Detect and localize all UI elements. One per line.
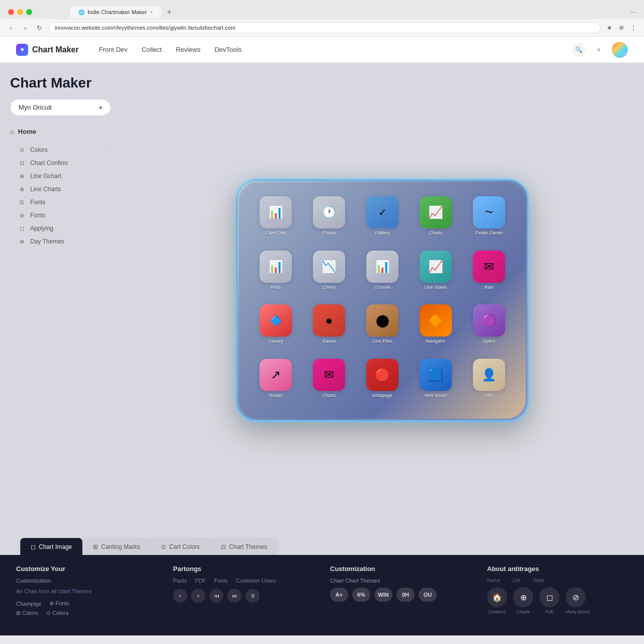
nav-link-devtools[interactable]: DevTools [214,46,241,53]
more-icon[interactable]: ⋮ [629,23,638,32]
app-icon-charts3[interactable]: ✉ Charts [306,359,352,405]
app-icon-chic[interactable]: 👤 Chic [466,359,512,405]
day-themes-icon: ⊛ [18,238,25,245]
sidebar-home[interactable]: ⌂ Home [10,126,111,137]
user-avatar[interactable] [612,42,628,58]
app-icon-instapage[interactable]: 🔴 Instapage [360,359,405,405]
action-champlge[interactable]: Champlge [16,600,41,607]
nav-link-frontdev[interactable]: Front Dev [99,46,127,53]
col4-header-state: State [533,578,544,583]
control-next[interactable]: ⏭ [227,589,242,603]
app-icon-fauna[interactable]: ● Fauna [306,304,352,351]
sidebar-item-line-charts[interactable]: ⊕ Line Charts [10,183,111,196]
address-bar[interactable]: innovacon.website.com/r/leyythemes.com/i… [48,22,601,33]
tab-chart-themes[interactable]: ⊡ Chart Themes [210,538,278,555]
control-pause[interactable]: ⏸ [246,589,260,603]
app-icon-camchat[interactable]: 📊 Cam Chat [253,196,298,243]
icon-many-ikonst[interactable]: ⊘ Many Ikonst [566,587,590,614]
fullscreen-traffic-light[interactable] [26,9,32,15]
label-customer-users: Customer Users [236,578,276,584]
sidebar-item-colors[interactable]: ⊙ Colors › [10,143,111,156]
icon-pub[interactable]: ◻ Pub [539,587,559,614]
sidebar-item-chart-confirm[interactable]: ⊡ Chart Confirm [10,156,111,170]
app-icon-router[interactable]: ↗ Router [253,359,298,405]
logo-text: Chart Maker [32,45,78,54]
app-icon-bg: ✉ [313,359,345,391]
app-icon-bg: 🟣 [473,304,505,337]
tab-cart-colors[interactable]: ⊙ Cart Colors [150,538,210,555]
badge-ou[interactable]: OU [419,588,437,602]
app-icon-finder-center[interactable]: 〜 Finder Center [466,196,512,243]
action-fonts[interactable]: ⊕ Fonts [49,600,69,607]
app-icon-label: Instapage [372,393,392,398]
back-button[interactable]: ‹ [6,23,16,33]
app-icon-label: Optics [482,339,496,344]
sidebar-item-label: Fonts [30,199,45,206]
app-icon-console[interactable]: 📊 Console [360,251,405,297]
app-icon-line-states[interactable]: 📈 Line States [413,251,458,297]
badge-a+[interactable]: A+ [330,588,348,602]
sidebar-item-fonts1[interactable]: Ω Fonts [10,196,111,209]
col4-title: About antitrages [487,565,628,573]
new-tab-button[interactable]: + [165,6,174,19]
app-title: Chart Maker [10,75,111,91]
action-colora[interactable]: ⊙ Colora [46,610,68,616]
app-icon-optics[interactable]: 🟣 Optics [466,304,512,351]
badge-6pct[interactable]: 6% [352,588,370,602]
app-icon-navigator[interactable]: 🔶 Navigator [413,304,458,351]
badge-0h[interactable]: 0H [396,588,415,602]
icon-charte[interactable]: ⊕ Charte [513,587,533,614]
bookmark-icon[interactable]: ★ [605,23,614,32]
sidebar-item-line-gchart[interactable]: ⊕ Line Gchart [10,170,111,183]
app-icon-bg: 🟦 [420,359,452,391]
app-icon-mint-smart[interactable]: 🟦 Mint Smart [413,359,458,405]
app-icon-label: Line Files [373,339,392,344]
icon-costems[interactable]: 🏠 Costems [487,587,507,614]
app-icon-line-files[interactable]: ⬤ Line Files [360,304,405,351]
close-button[interactable]: × [592,43,606,57]
colors-arrow-icon: › [105,147,107,153]
col3-subtitle: Chart Chart Themes [330,578,471,584]
tab-canting-marks[interactable]: ⊞ Canting Marks [83,538,150,555]
control-prev[interactable]: ⏮ [209,589,223,603]
tab-close-icon[interactable]: × [150,10,153,15]
sidebar-item-label: Line Charts [30,186,61,193]
app-icon-folders[interactable]: ✓ Folders [360,196,405,243]
control-remove[interactable]: × [191,589,205,603]
line-charts-icon: ⊕ [18,186,25,193]
app-icon-charts1[interactable]: 🕐 Charts [306,196,352,243]
browser-tab[interactable]: 🌐 Indie Chartmaker Maker × [70,6,161,18]
forward-button[interactable]: › [20,23,30,33]
app-icon-charts2[interactable]: 📈 Charts [413,196,458,243]
app-icon-rain[interactable]: ✉ Rain [466,251,512,297]
chart-confirm-icon: ⊡ [18,159,25,167]
dropdown-selector[interactable]: Myn Oricult ▾ [10,99,111,116]
action-colors[interactable]: ⊞ Colors [16,610,38,616]
tab-chart-image[interactable]: ◻ Chart Image [20,538,83,555]
app-icon-pods[interactable]: 📊 Pods [253,251,298,297]
sidebar-item-fonts2[interactable]: ⊘ Fonts [10,209,111,222]
label-fonts: Fonts [214,578,228,584]
app-icon-label: Canary [268,339,283,344]
nav-link-reviews[interactable]: Reviews [176,46,200,53]
app-icon-canary[interactable]: 🔷 Canary [253,304,298,351]
app-icon-label: Finder Center [475,230,503,235]
minimize-traffic-light[interactable] [17,9,23,15]
nav-link-collect[interactable]: Collect [142,46,162,53]
app-icon-cherry[interactable]: 📉 Cherry [306,251,352,297]
tab-label: Indie Chartmaker Maker [88,9,147,15]
col3-title: Customization [330,565,471,573]
sidebar-item-applying[interactable]: ◻ Applying [10,222,111,235]
close-traffic-light[interactable] [8,9,14,15]
label-pdf: PDF [195,578,206,584]
app-icon-bg: 📊 [260,196,292,228]
app-icon-label: Cherry [322,285,336,290]
refresh-button[interactable]: ↻ [34,23,44,33]
control-add[interactable]: + [173,589,187,603]
search-button[interactable]: 🔍 [572,43,586,57]
badge-win[interactable]: WIN [374,588,392,602]
extension-icon[interactable]: ⊕ [617,23,626,32]
traffic-lights [8,9,32,15]
sidebar-item-label: Chart Confirm [30,159,68,167]
sidebar-item-day-themes[interactable]: ⊛ Day Themes [10,235,111,248]
